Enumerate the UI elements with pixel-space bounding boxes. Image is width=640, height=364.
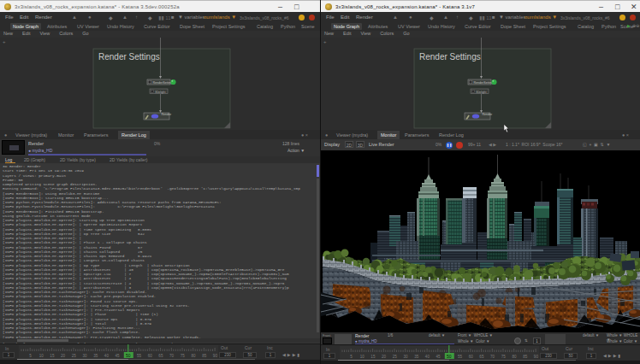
svg-text:80: 80 xyxy=(512,355,517,359)
svg-text:50: 50 xyxy=(447,354,452,359)
svg-text:15: 15 xyxy=(50,354,55,358)
svg-text:75: 75 xyxy=(501,355,507,359)
svg-text:35: 35 xyxy=(414,355,419,359)
svg-text:90: 90 xyxy=(534,355,539,359)
svg-text:70: 70 xyxy=(490,355,495,359)
svg-text:80: 80 xyxy=(191,354,196,358)
svg-text:45: 45 xyxy=(116,354,121,358)
svg-text:70: 70 xyxy=(169,354,175,358)
svg-text:25: 25 xyxy=(72,354,77,358)
svg-text:45: 45 xyxy=(436,355,441,359)
svg-text:30: 30 xyxy=(403,355,408,359)
svg-text:10: 10 xyxy=(360,355,365,359)
svg-text:85: 85 xyxy=(202,354,207,358)
svg-text:5: 5 xyxy=(29,354,32,358)
svg-text:20: 20 xyxy=(382,355,387,359)
svg-text:15: 15 xyxy=(370,355,376,359)
svg-text:60: 60 xyxy=(469,355,474,359)
svg-text:35: 35 xyxy=(93,354,98,358)
svg-text:Render Settings: Render Settings xyxy=(98,52,160,62)
svg-text:60: 60 xyxy=(148,354,153,358)
svg-text:85: 85 xyxy=(523,355,528,359)
svg-text:40: 40 xyxy=(104,354,110,358)
svg-text:Render: Render xyxy=(162,113,173,116)
svg-text:55: 55 xyxy=(137,354,142,358)
svg-text:65: 65 xyxy=(479,355,484,359)
svg-text:20: 20 xyxy=(61,354,66,358)
svg-text:75: 75 xyxy=(181,354,186,358)
svg-text:5: 5 xyxy=(350,355,353,359)
svg-text:25: 25 xyxy=(393,355,398,359)
svg-text:65: 65 xyxy=(158,354,163,358)
svg-text:55: 55 xyxy=(458,355,463,359)
svg-text:Render: Render xyxy=(483,113,494,116)
svg-text:3Delight: 3Delight xyxy=(155,91,165,94)
svg-text:90: 90 xyxy=(213,354,218,358)
svg-text:50: 50 xyxy=(126,353,131,358)
svg-text:3Delight: 3Delight xyxy=(476,91,486,94)
svg-text:10: 10 xyxy=(39,354,44,358)
svg-text:30: 30 xyxy=(82,354,87,358)
svg-text:40: 40 xyxy=(425,355,430,359)
svg-text:Render Settings: Render Settings xyxy=(419,52,481,62)
